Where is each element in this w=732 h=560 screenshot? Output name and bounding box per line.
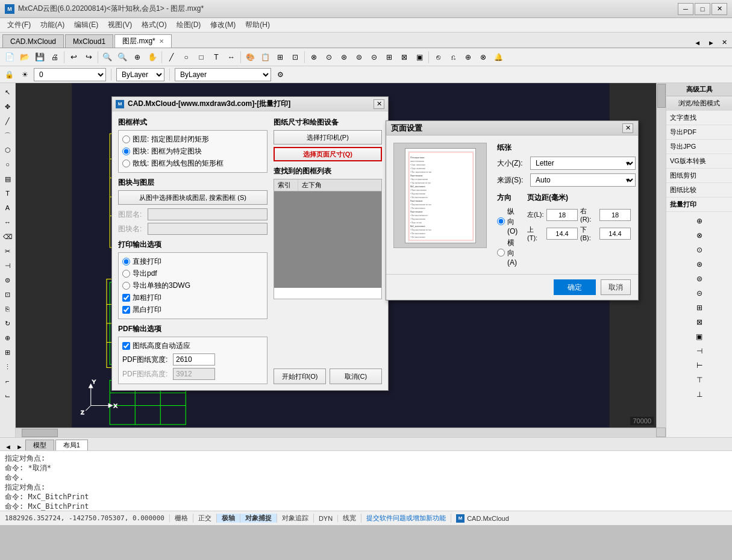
batch-cancel-btn[interactable]: 取消(C)	[330, 369, 382, 384]
size-select[interactable]: Letter	[530, 157, 636, 170]
radio-pdf-item[interactable]: 导出pdf	[122, 269, 263, 279]
select-frame-btn[interactable]: 从图中选择图块或图层, 搜索图框 (S)	[118, 190, 267, 205]
tb-more4[interactable]: ⊜	[352, 50, 366, 64]
tb-save[interactable]: 💾	[33, 50, 47, 64]
pdf-height-input[interactable]	[173, 368, 215, 380]
lt-extend[interactable]: ⊣	[1, 259, 14, 272]
export-jpg-btn[interactable]: 导出JPG	[666, 140, 732, 154]
select-printer-btn[interactable]: 选择打印机(P)	[274, 130, 382, 145]
tab-close-icon[interactable]: ✕	[159, 38, 164, 45]
batch-print-btn[interactable]: 批量打印	[666, 198, 732, 212]
radio-direct[interactable]	[122, 258, 130, 266]
tb-line[interactable]: ╱	[164, 50, 178, 64]
rp-icon7[interactable]: ⊞	[693, 301, 706, 314]
tb-rect[interactable]: □	[194, 50, 208, 64]
lt-text2[interactable]: T	[1, 187, 14, 200]
lt-line2[interactable]: ╱	[1, 114, 14, 128]
lt-dim2[interactable]: ↔	[1, 216, 14, 229]
tb-extra3[interactable]: ⊕	[461, 50, 475, 64]
tab-model[interactable]: 模型	[25, 440, 54, 450]
rp-icon13[interactable]: ⊥	[693, 388, 706, 401]
check-rough-item[interactable]: 加粗打印	[122, 293, 263, 303]
tb-zoom-out[interactable]: 🔍	[115, 50, 130, 64]
block-name-input[interactable]	[148, 223, 267, 235]
landscape-radio[interactable]	[497, 249, 505, 257]
rp-icon10[interactable]: ⊣	[693, 344, 706, 358]
rp-icon5[interactable]: ⊜	[693, 272, 706, 285]
tb-insert[interactable]: ⊡	[288, 50, 302, 64]
lt-rotate[interactable]: ↻	[1, 317, 14, 330]
status-linewidth[interactable]: 线宽	[338, 514, 361, 523]
tb-more8[interactable]: ▣	[412, 50, 427, 64]
tab-layer[interactable]: 图层.mxg* ✕	[114, 34, 172, 48]
tab-cloud1[interactable]: MxCloud1	[65, 34, 113, 48]
linetype-settings-btn[interactable]: ⚙	[274, 68, 287, 81]
lt-hatch[interactable]: ▤	[1, 172, 14, 185]
layer-name-input[interactable]	[148, 208, 267, 220]
page-setup-cancel[interactable]: 取消	[601, 279, 631, 295]
lt-offset[interactable]: ⊜	[1, 273, 14, 287]
tb-pan[interactable]: ✋	[145, 50, 160, 64]
check-bw-item[interactable]: 黑白打印	[122, 305, 263, 315]
rp-icon8[interactable]: ⊠	[693, 316, 706, 329]
tb-more1[interactable]: ⊗	[307, 50, 321, 64]
lt-circle2[interactable]: ○	[1, 158, 14, 171]
paper-compare-btn[interactable]: 图纸比较	[666, 183, 732, 198]
lt-break[interactable]: ⋮	[1, 360, 14, 373]
tb-extra2[interactable]: ⎌	[446, 50, 460, 64]
tb-text[interactable]: T	[209, 50, 224, 64]
tb-more7[interactable]: ⊠	[397, 50, 411, 64]
close-btn[interactable]: ✕	[712, 3, 727, 15]
color-select[interactable]: ByLayer	[116, 68, 164, 81]
batch-dialog-close[interactable]: ✕	[374, 99, 384, 109]
scroll-thumb-v[interactable]	[657, 84, 666, 108]
nav-next[interactable]: ►	[14, 443, 25, 450]
rp-icon9[interactable]: ▣	[693, 330, 706, 343]
tb-extra5[interactable]: 🔔	[491, 50, 505, 64]
top-input[interactable]	[546, 228, 578, 240]
tb-zoom-all[interactable]: ⊕	[130, 50, 145, 64]
tb-color[interactable]: 🎨	[243, 50, 257, 64]
tb-layer[interactable]: 📋	[258, 50, 272, 64]
status-polar[interactable]: 极轴	[217, 514, 240, 523]
check-rough[interactable]	[122, 294, 130, 302]
batch-print-dialog[interactable]: M CAD.MxCloud-[www.mxdraw3d.com]-[批量打印] …	[111, 96, 389, 391]
minimize-btn[interactable]: ─	[678, 3, 693, 15]
radio-direct-item[interactable]: 直接打印	[122, 257, 263, 267]
tab-nav-right[interactable]: ►	[705, 39, 717, 46]
left-input[interactable]	[546, 209, 578, 221]
mode-btn[interactable]: 浏览/绘图模式	[666, 96, 732, 111]
page-setup-close[interactable]: ✕	[622, 123, 633, 133]
radio-layer[interactable]	[122, 135, 130, 143]
rp-icon2[interactable]: ⊗	[693, 229, 706, 242]
tab-layout1[interactable]: 布局1	[55, 440, 88, 450]
select-page-size-btn[interactable]: 选择页面尺寸(Q)	[274, 147, 382, 161]
tb-redo[interactable]: ↪	[81, 50, 96, 64]
tb-dim[interactable]: ↔	[224, 50, 239, 64]
source-select[interactable]: Auto	[530, 173, 636, 187]
status-feedback[interactable]: 提交软件问题或增加新功能	[361, 514, 451, 523]
rp-icon6[interactable]: ⊝	[693, 287, 706, 300]
lt-select[interactable]: ↖	[1, 86, 14, 99]
bottom-input[interactable]	[599, 228, 631, 240]
rp-icon12[interactable]: ⊤	[693, 373, 706, 387]
menu-file[interactable]: 文件(F)	[2, 19, 36, 31]
menu-func[interactable]: 功能(A)	[36, 19, 69, 31]
lt-chamfer[interactable]: ⌙	[1, 389, 14, 402]
radio-block-item[interactable]: 图块: 图框为特定图块	[122, 146, 263, 157]
right-input[interactable]	[599, 209, 631, 221]
portrait-radio[interactable]	[497, 217, 505, 225]
scrollbar-h[interactable]	[16, 428, 656, 437]
page-setup-dialog[interactable]: 页面设置 ✕ Пттааытпяет ааысттпнаяниея	[386, 120, 639, 300]
rp-icon1[interactable]: ⊕	[693, 214, 706, 228]
radio-3dwg[interactable]	[122, 282, 130, 290]
lt-move[interactable]: ✥	[1, 100, 14, 113]
menu-draw[interactable]: 绘图(D)	[172, 19, 206, 31]
lt-mtext[interactable]: A	[1, 201, 14, 214]
lt-trim[interactable]: ✂	[1, 244, 14, 258]
status-grid[interactable]: 栅格	[170, 514, 193, 523]
radio-scatter[interactable]	[122, 160, 130, 167]
lt-scale[interactable]: ⊕	[1, 331, 14, 344]
layer-select[interactable]: 0	[34, 68, 106, 81]
tb-block[interactable]: ⊞	[273, 50, 287, 64]
